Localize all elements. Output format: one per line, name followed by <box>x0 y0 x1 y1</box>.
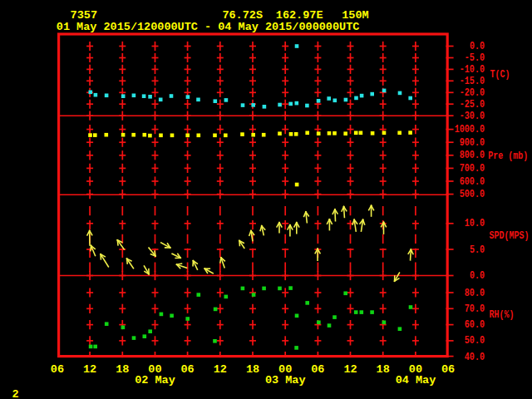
svg-text:10.0: 10.0 <box>465 218 485 229</box>
svg-text:800.0: 800.0 <box>460 150 485 161</box>
svg-text:18: 18 <box>246 363 259 376</box>
svg-text:900.0: 900.0 <box>460 137 485 149</box>
svg-text:0.0: 0.0 <box>470 41 485 52</box>
svg-text:80.0: 80.0 <box>465 288 485 299</box>
svg-text:-25.0: -25.0 <box>460 99 485 111</box>
svg-text:60.0: 60.0 <box>465 319 485 331</box>
svg-text:40.0: 40.0 <box>465 352 485 363</box>
svg-text:T(C): T(C) <box>490 69 510 81</box>
svg-text:01 May 2015/120000UTC - 04 May: 01 May 2015/120000UTC - 04 May 2015/0000… <box>57 21 360 33</box>
svg-text:0.0: 0.0 <box>470 270 485 282</box>
svg-text:5.0: 5.0 <box>470 244 485 256</box>
svg-text:06: 06 <box>180 363 194 376</box>
svg-text:-10.0: -10.0 <box>460 64 485 76</box>
svg-text:2: 2 <box>12 388 19 399</box>
svg-text:06: 06 <box>441 363 455 376</box>
svg-text:70.0: 70.0 <box>465 303 485 315</box>
svg-text:Pre (mb): Pre (mb) <box>488 150 528 162</box>
svg-text:12: 12 <box>83 363 96 376</box>
svg-text:06: 06 <box>51 363 64 376</box>
svg-text:600.0: 600.0 <box>460 176 485 188</box>
svg-text:1000.0: 1000.0 <box>455 124 485 135</box>
svg-text:12: 12 <box>214 363 227 376</box>
svg-text:-5.0: -5.0 <box>465 52 485 64</box>
svg-text:-15.0: -15.0 <box>460 76 485 87</box>
svg-text:03 May: 03 May <box>265 374 306 387</box>
svg-text:700.0: 700.0 <box>460 163 485 175</box>
svg-text:SPD(MPS): SPD(MPS) <box>489 230 529 242</box>
svg-text:06: 06 <box>311 363 324 376</box>
svg-text:18: 18 <box>116 363 129 376</box>
svg-text:18: 18 <box>377 363 390 376</box>
svg-text:500.0: 500.0 <box>460 189 485 200</box>
svg-text:04 May: 04 May <box>396 374 436 387</box>
svg-text:-20.0: -20.0 <box>460 87 485 99</box>
svg-text:12: 12 <box>343 363 357 376</box>
svg-text:02 May: 02 May <box>135 374 175 387</box>
svg-text:RH(%): RH(%) <box>489 309 514 321</box>
svg-text:-30.0: -30.0 <box>460 111 485 122</box>
svg-text:50.0: 50.0 <box>465 335 485 347</box>
